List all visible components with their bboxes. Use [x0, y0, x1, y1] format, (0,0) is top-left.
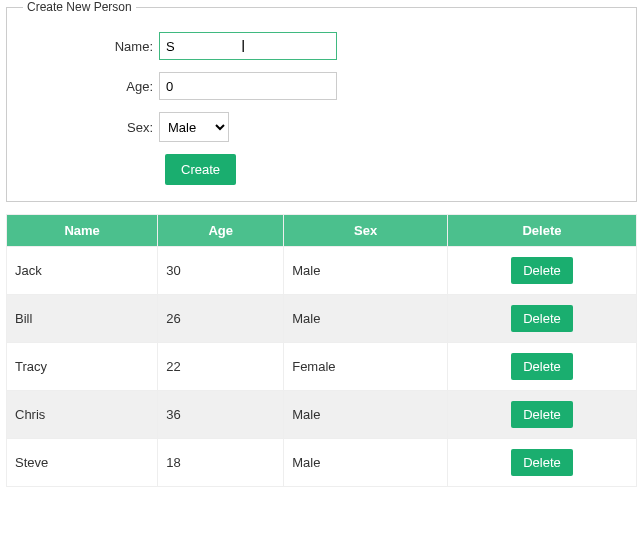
cell-age: 18 [158, 439, 284, 487]
col-name: Name [7, 215, 158, 247]
cell-name: Chris [7, 391, 158, 439]
cell-age: 36 [158, 391, 284, 439]
people-table: Name Age Sex Delete Jack30MaleDeleteBill… [6, 214, 637, 487]
delete-button[interactable]: Delete [511, 305, 573, 332]
cell-delete: Delete [447, 343, 636, 391]
delete-button[interactable]: Delete [511, 257, 573, 284]
delete-button[interactable]: Delete [511, 353, 573, 380]
delete-button[interactable]: Delete [511, 401, 573, 428]
col-sex: Sex [284, 215, 448, 247]
cell-delete: Delete [447, 391, 636, 439]
table-row: Bill26MaleDelete [7, 295, 637, 343]
cell-delete: Delete [447, 439, 636, 487]
cell-sex: Male [284, 439, 448, 487]
cell-age: 30 [158, 247, 284, 295]
cell-sex: Female [284, 343, 448, 391]
cell-name: Tracy [7, 343, 158, 391]
table-row: Tracy22FemaleDelete [7, 343, 637, 391]
cell-sex: Male [284, 391, 448, 439]
cell-age: 22 [158, 343, 284, 391]
delete-button[interactable]: Delete [511, 449, 573, 476]
fieldset-legend: Create New Person [23, 0, 136, 14]
age-input[interactable] [159, 72, 337, 100]
table-row: Jack30MaleDelete [7, 247, 637, 295]
cell-delete: Delete [447, 295, 636, 343]
table-row: Chris36MaleDelete [7, 391, 637, 439]
col-age: Age [158, 215, 284, 247]
name-label: Name: [23, 39, 159, 54]
cell-sex: Male [284, 295, 448, 343]
cell-age: 26 [158, 295, 284, 343]
col-delete: Delete [447, 215, 636, 247]
sex-label: Sex: [23, 120, 159, 135]
cell-name: Jack [7, 247, 158, 295]
name-input[interactable] [159, 32, 337, 60]
cell-name: Steve [7, 439, 158, 487]
sex-select[interactable]: MaleFemale [159, 112, 229, 142]
age-label: Age: [23, 79, 159, 94]
cell-delete: Delete [447, 247, 636, 295]
cell-sex: Male [284, 247, 448, 295]
table-row: Steve18MaleDelete [7, 439, 637, 487]
create-button[interactable]: Create [165, 154, 236, 185]
cell-name: Bill [7, 295, 158, 343]
create-person-fieldset: Create New Person Name: I Age: Sex: Male… [6, 0, 637, 202]
